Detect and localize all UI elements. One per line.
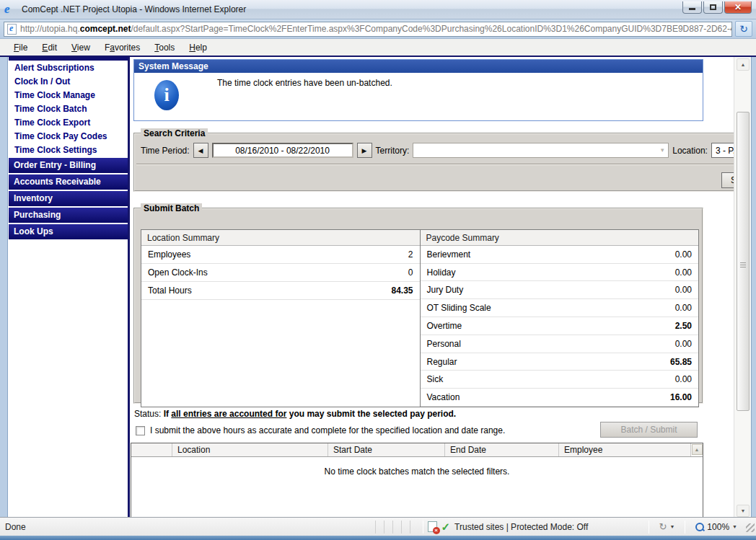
batch-submit-button[interactable]: Batch / Submit <box>600 422 698 438</box>
minimize-icon <box>689 8 695 10</box>
time-period-input[interactable] <box>212 143 353 158</box>
summary-row: OT Sliding Scale0.00 <box>421 299 699 317</box>
grid-column-end-date[interactable]: End Date <box>445 443 559 456</box>
grid-column-start-date[interactable]: Start Date <box>328 443 445 456</box>
menu-file[interactable]: File <box>7 41 34 54</box>
grid-header-row: Location Start Date End Date Employee ▲ <box>131 443 703 457</box>
zone-text: Trusted sites | Protected Mode: Off <box>454 522 588 532</box>
privacy-refresh-icon: ↻ <box>659 521 667 532</box>
resize-grip-icon[interactable] <box>746 523 755 532</box>
confirm-checkbox[interactable] <box>136 426 145 435</box>
zoom-level: 100% <box>707 522 729 532</box>
search-criteria-legend: Search Criteria <box>141 128 208 138</box>
summary-row: Personal0.00 <box>421 335 699 353</box>
menu-favorites[interactable]: Favorites <box>98 41 146 54</box>
window-title: ComCept .NET Project Utopia - Windows In… <box>22 4 682 14</box>
status-bar: Done ✓ Trusted sites | Protected Mode: O… <box>0 517 756 536</box>
search-criteria-panel: Search Criteria Time Period: ◀ ▶ Territo… <box>133 128 756 192</box>
sidebar-item-time-clock-settings[interactable]: Time Clock Settings <box>9 143 128 156</box>
content-frame: System Message The time clock entries ha… <box>130 57 734 518</box>
time-period-label: Time Period: <box>141 146 190 156</box>
url-text: http://utopia.hq.comcept.net/default.asp… <box>20 24 732 34</box>
paycode-summary-header: Paycode Summary <box>421 230 699 246</box>
chevron-down-icon: ▼ <box>658 147 667 154</box>
popup-blocked-icon[interactable] <box>428 521 437 532</box>
summary-row: Overtime2.50 <box>421 317 699 335</box>
sidebar-item-time-clock-pay-codes[interactable]: Time Clock Pay Codes <box>9 129 128 143</box>
close-button[interactable]: ✕ <box>724 1 752 14</box>
browser-window: e ComCept .NET Project Utopia - Windows … <box>0 0 756 540</box>
menu-help[interactable]: Help <box>183 41 214 54</box>
summary-row: Sick0.00 <box>421 371 699 389</box>
confirm-row: I submit the above hours as accurate and… <box>136 422 703 439</box>
magnifier-icon <box>695 523 704 531</box>
window-bottom-border <box>0 536 756 540</box>
system-message-box: System Message The time clock entries ha… <box>133 59 703 121</box>
previous-period-button[interactable]: ◀ <box>193 143 208 158</box>
grid-column-employee[interactable]: Employee <box>559 443 690 456</box>
sidebar-item-time-clock-export[interactable]: Time Clock Export <box>9 115 128 129</box>
refresh-icon: ↻ <box>739 23 748 35</box>
chevron-down-icon[interactable]: ▼ <box>669 524 674 529</box>
sidebar-section-accounts-receivable[interactable]: Accounts Receivable <box>9 174 128 190</box>
window-left-border <box>0 57 8 518</box>
grid-column-location[interactable]: Location <box>172 443 328 456</box>
summary-table: Location Summary Employees2 Open Clock-I… <box>141 229 699 407</box>
location-summary-header: Location Summary <box>141 230 420 246</box>
chevron-down-icon[interactable]: ▼ <box>732 524 737 529</box>
main-area: Alert Subscriptions Clock In / Out Time … <box>0 56 756 517</box>
status-text: Done <box>0 522 375 532</box>
summary-row: Vacation16.00 <box>421 389 699 407</box>
window-right-border <box>751 57 756 518</box>
system-message-header: System Message <box>134 60 703 73</box>
confirm-checkbox-label: I submit the above hours as accurate and… <box>150 425 505 435</box>
menu-edit[interactable]: Edit <box>35 41 63 54</box>
maximize-icon <box>710 4 716 10</box>
scroll-up-icon[interactable]: ▲ <box>737 58 750 71</box>
batch-status-text: Status: If all entries are accounted for… <box>134 409 456 419</box>
scroll-down-icon[interactable]: ▼ <box>737 505 750 517</box>
location-summary-column: Location Summary Employees2 Open Clock-I… <box>141 230 421 407</box>
submit-batch-panel: Submit Batch Location Summary Employees2… <box>133 203 703 404</box>
sidebar-section-order-entry-billing[interactable]: Order Entry - Billing <box>9 158 128 173</box>
sidebar-section-look-ups[interactable]: Look Ups <box>9 224 128 239</box>
right-arrow-icon: ▶ <box>362 147 367 154</box>
address-input[interactable]: http://utopia.hq.comcept.net/default.asp… <box>4 22 732 37</box>
sidebar-item-alert-subscriptions[interactable]: Alert Subscriptions <box>9 61 128 74</box>
grid-scroll-up-icon[interactable]: ▲ <box>692 444 703 455</box>
security-zone[interactable]: ✓ Trusted sites | Protected Mode: Off <box>428 521 644 534</box>
summary-row: Regular65.85 <box>421 353 699 371</box>
window-controls: ✕ <box>682 1 752 14</box>
statusbar-panel <box>384 521 392 534</box>
title-bar: e ComCept .NET Project Utopia - Windows … <box>0 0 756 19</box>
close-icon: ✕ <box>734 2 742 12</box>
statusbar-separator <box>685 521 685 534</box>
zoom-control[interactable]: 100% ▼ <box>690 522 743 532</box>
sidebar-section-inventory[interactable]: Inventory <box>9 191 128 206</box>
paycode-summary-column: Paycode Summary Berievment0.00 Holiday0.… <box>421 230 699 407</box>
sidebar-item-time-clock-manage[interactable]: Time Clock Manage <box>9 88 128 102</box>
refresh-button[interactable]: ↻ <box>735 21 752 37</box>
grid-column-blank[interactable] <box>131 443 172 456</box>
sidebar-item-clock-in-out[interactable]: Clock In / Out <box>9 74 128 88</box>
grid-scrollbar: ▲ <box>690 443 703 456</box>
sidebar-item-time-clock-batch[interactable]: Time Clock Batch <box>9 102 128 115</box>
menu-tools[interactable]: Tools <box>148 41 181 54</box>
sidebar-section-purchasing[interactable]: Purchasing <box>9 208 128 223</box>
submit-batch-legend: Submit Batch <box>141 203 202 213</box>
location-label: Location: <box>672 146 708 156</box>
minimize-button[interactable] <box>682 1 702 14</box>
privacy-tool[interactable]: ↻ ▼ <box>654 521 681 532</box>
statusbar-panel <box>392 521 401 534</box>
sidebar: Alert Subscriptions Clock In / Out Time … <box>9 57 128 518</box>
next-period-button[interactable]: ▶ <box>357 143 372 158</box>
content-scrollbar[interactable]: ▲ ▼ <box>734 57 751 518</box>
menu-view[interactable]: View <box>65 41 97 54</box>
territory-dropdown[interactable]: ▼ <box>413 143 669 158</box>
maximize-button[interactable] <box>703 1 723 14</box>
criteria-row: Time Period: ◀ ▶ Territory: ▼ Location: … <box>135 138 756 158</box>
address-bar: http://utopia.hq.comcept.net/default.asp… <box>0 19 756 39</box>
scrollbar-thumb[interactable] <box>737 112 750 411</box>
statusbar-separator <box>423 521 423 534</box>
page-icon <box>7 24 17 35</box>
